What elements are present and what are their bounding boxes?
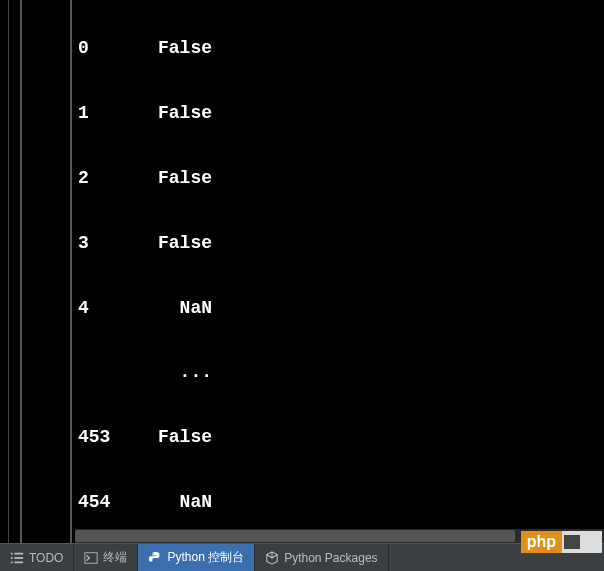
- bottom-toolbar: TODO 终端 Python 控制台 Python Packages: [0, 543, 604, 571]
- row-index: 0: [78, 32, 158, 64]
- svg-rect-5: [14, 561, 23, 563]
- row-value: False: [158, 32, 212, 64]
- scrollbar-thumb[interactable]: [75, 530, 515, 542]
- svg-rect-6: [85, 552, 97, 563]
- watermark-ext: [562, 531, 602, 553]
- row-index: 454: [78, 486, 158, 518]
- terminal-tab[interactable]: 终端: [74, 544, 138, 571]
- watermark: php: [521, 531, 602, 553]
- svg-rect-4: [11, 561, 13, 563]
- row-value: NaN: [158, 292, 212, 324]
- list-icon: [10, 551, 24, 565]
- row-index: 453: [78, 421, 158, 453]
- terminal-icon: [84, 551, 98, 565]
- row-value: NaN: [158, 486, 212, 518]
- row-value: False: [158, 421, 212, 453]
- row-value: False: [158, 227, 212, 259]
- row-index: 3: [78, 227, 158, 259]
- row-value: False: [158, 97, 212, 129]
- python-console-label: Python 控制台: [167, 549, 244, 566]
- gutter: [22, 0, 72, 543]
- editor-area: 0False 1False 2False 3False 4 NaN ... 45…: [0, 0, 604, 543]
- terminal-label: 终端: [103, 549, 127, 566]
- svg-rect-0: [11, 552, 13, 554]
- console-output[interactable]: 0False 1False 2False 3False 4 NaN ... 45…: [72, 0, 604, 543]
- python-packages-label: Python Packages: [284, 551, 377, 565]
- python-icon: [148, 551, 162, 565]
- todo-label: TODO: [29, 551, 63, 565]
- python-console-tab[interactable]: Python 控制台: [138, 544, 255, 571]
- row-index: [78, 356, 158, 388]
- svg-rect-3: [14, 557, 23, 559]
- watermark-text: php: [521, 531, 562, 553]
- row-index: 1: [78, 97, 158, 129]
- python-packages-tab[interactable]: Python Packages: [255, 544, 388, 571]
- row-value: False: [158, 162, 212, 194]
- svg-rect-2: [11, 557, 13, 559]
- left-margin: [0, 0, 22, 543]
- row-index: 2: [78, 162, 158, 194]
- packages-icon: [265, 551, 279, 565]
- row-value: ...: [158, 356, 212, 388]
- todo-tab[interactable]: TODO: [0, 544, 74, 571]
- svg-rect-1: [14, 552, 23, 554]
- row-index: 4: [78, 292, 158, 324]
